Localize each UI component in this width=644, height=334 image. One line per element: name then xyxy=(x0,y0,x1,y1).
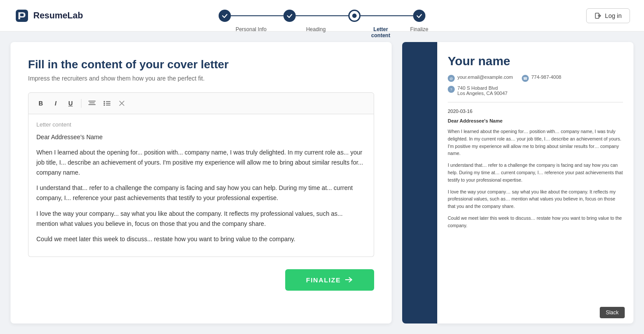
svg-point-6 xyxy=(104,101,105,102)
preview-dark-sidebar xyxy=(402,42,437,323)
step-heading: Heading xyxy=(283,10,348,22)
preview-name: Your name xyxy=(448,54,623,68)
step-letter-content: Lettercontent xyxy=(348,10,413,22)
editor-salutation: Dear Addressee's Name xyxy=(36,132,366,142)
left-panel: Fill in the content of your cover letter… xyxy=(11,42,392,323)
preview-body-3: I love the way your company… say what yo… xyxy=(448,188,623,210)
bold-button[interactable]: B xyxy=(35,97,47,109)
step-line-1 xyxy=(231,15,283,16)
preview-date: 2020-03-16 xyxy=(448,109,623,114)
address-icon: ? xyxy=(448,86,455,93)
right-panel: Your name @ your.email@example.com ☎ 774… xyxy=(402,42,633,323)
log-in-button[interactable]: Log in xyxy=(586,8,630,23)
italic-button[interactable]: I xyxy=(50,97,62,109)
align-center-icon xyxy=(88,100,96,106)
list-icon xyxy=(103,100,110,106)
log-in-label: Log in xyxy=(605,12,622,19)
align-center-button[interactable] xyxy=(86,97,98,109)
step-circle-finalize xyxy=(413,10,425,22)
editor-paragraph-3: I love the way your company... say what … xyxy=(36,209,366,229)
editor-paragraph-2: I understand that... refer to a challeng… xyxy=(36,183,366,203)
slack-badge: Slack xyxy=(600,307,625,318)
editor-placeholder: Letter content xyxy=(36,121,366,128)
contact-phone: ☎ 774-987-4008 xyxy=(522,74,562,82)
stepper: Personal Info Heading Lettercontent xyxy=(219,10,425,22)
panel-subtitle: Impress the recruiters and show them how… xyxy=(28,75,374,82)
editor-paragraph-1: When I learned about the opening for... … xyxy=(36,148,366,178)
step-circle-heading xyxy=(283,10,296,22)
step-line-2 xyxy=(296,15,348,16)
step-circle-personal-info xyxy=(219,10,231,22)
preview-body-4: Could we meet later this week to discuss… xyxy=(448,214,623,229)
logo-icon xyxy=(14,8,30,24)
contact-address-text: 740 S Hobard Blvd Los Angeles, CA 90047 xyxy=(457,85,507,96)
panel-title: Fill in the content of your cover letter xyxy=(28,58,374,71)
login-icon xyxy=(594,12,602,19)
contact-email: @ your.email@example.com xyxy=(448,74,513,82)
preview-divider xyxy=(448,102,623,102)
editor-content[interactable]: Dear Addressee's Name When I learned abo… xyxy=(36,132,366,244)
phone-icon: ☎ xyxy=(522,75,529,82)
preview-body-2: I understand that… refer to a challenge … xyxy=(448,162,623,183)
editor-area[interactable]: Letter content Dear Addressee's Name Whe… xyxy=(28,114,374,257)
step-label-letter-content: Lettercontent xyxy=(371,26,390,39)
editor-paragraph-4: Could we meet later this week to discuss… xyxy=(36,234,366,244)
step-label-heading: Heading xyxy=(306,26,326,32)
preview-document: Your name @ your.email@example.com ☎ 774… xyxy=(437,42,633,323)
step-line-3 xyxy=(361,15,413,16)
svg-point-8 xyxy=(104,103,105,104)
clear-format-button[interactable] xyxy=(116,97,128,109)
step-personal-info: Personal Info xyxy=(219,10,283,22)
header: ResumeLab Personal Info Heading xyxy=(0,0,644,32)
step-finalize: Finalize xyxy=(413,10,425,22)
finalize-row: FINALIZE xyxy=(28,269,374,291)
toolbar-divider-1 xyxy=(81,99,81,108)
logo: ResumeLab xyxy=(14,8,83,24)
step-label-finalize: Finalize xyxy=(410,26,428,32)
logo-text: ResumeLab xyxy=(33,11,83,21)
finalize-label: FINALIZE xyxy=(306,276,341,284)
main-content: Fill in the content of your cover letter… xyxy=(0,32,644,334)
finalize-arrow-icon xyxy=(345,277,353,283)
contact-email-text: your.email@example.com xyxy=(457,74,513,80)
preview-address-row: ? 740 S Hobard Blvd Los Angeles, CA 9004… xyxy=(448,85,623,96)
preview-body-1: When I learned about the opening for… po… xyxy=(448,128,623,157)
email-icon: @ xyxy=(448,75,455,82)
preview-contact-row: @ your.email@example.com ☎ 774-987-4008 xyxy=(448,74,623,82)
svg-rect-1 xyxy=(20,14,24,16)
step-label-personal-info: Personal Info xyxy=(236,26,267,32)
contact-address: ? 740 S Hobard Blvd Los Angeles, CA 9004… xyxy=(448,85,507,96)
editor-toolbar: B I U xyxy=(28,92,374,114)
step-circle-letter-content xyxy=(348,10,361,22)
preview-salutation: Dear Addressee's Name xyxy=(448,118,623,123)
finalize-button[interactable]: FINALIZE xyxy=(285,269,375,291)
underline-button[interactable]: U xyxy=(64,97,77,109)
clear-format-icon xyxy=(118,100,125,107)
contact-phone-text: 774-987-4008 xyxy=(531,74,562,80)
list-button[interactable] xyxy=(101,97,113,109)
svg-point-10 xyxy=(104,105,105,106)
